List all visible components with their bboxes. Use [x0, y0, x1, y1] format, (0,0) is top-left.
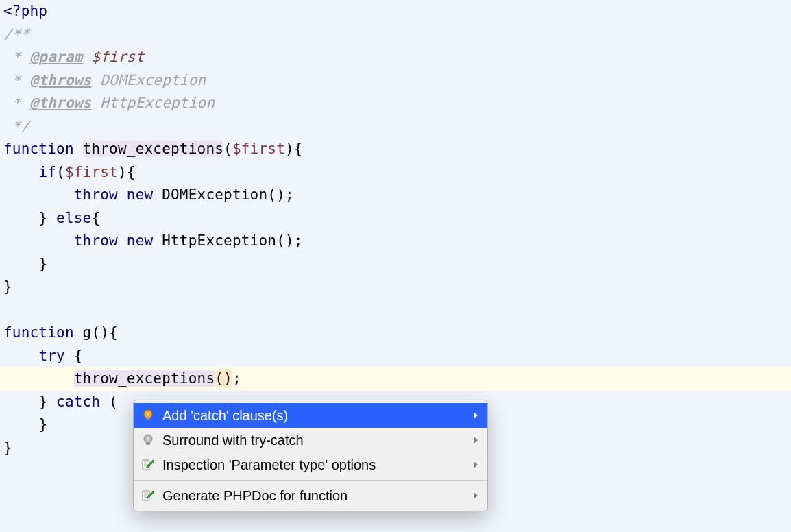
code-line[interactable]: throw new HttpException();: [0, 230, 791, 253]
bulb-grey-icon: [141, 433, 156, 448]
code-line[interactable]: * @param $first: [0, 46, 791, 69]
code-line[interactable]: [0, 299, 791, 322]
variable: $first: [65, 164, 118, 180]
code-line[interactable]: * @throws HttpException: [0, 92, 791, 115]
code-line[interactable]: }: [0, 276, 791, 299]
code-line[interactable]: <?php: [0, 0, 791, 23]
submenu-arrow-icon: [472, 411, 479, 420]
code-line[interactable]: }: [0, 253, 791, 276]
svg-rect-5: [146, 442, 150, 445]
code-editor[interactable]: <?php /** * @param $first * @throws DOME…: [0, 0, 791, 532]
svg-marker-3: [474, 412, 478, 419]
menu-item-label: Inspection 'Parameter type' options: [162, 457, 467, 473]
svg-point-6: [147, 437, 150, 441]
svg-rect-1: [146, 418, 150, 420]
variable: $first: [232, 141, 285, 157]
doctag-throws: @throws: [30, 72, 92, 88]
menu-item-label: Add 'catch' clause(s): [162, 408, 467, 424]
submenu-arrow-icon: [472, 461, 479, 469]
intention-action-item[interactable]: Surround with try-catch: [134, 428, 487, 452]
doc-var: $first: [91, 49, 144, 65]
code-line[interactable]: * @throws DOMException: [0, 69, 791, 93]
code-line[interactable]: } else{: [0, 207, 791, 230]
intention-action-item[interactable]: Add 'catch' clause(s): [134, 403, 487, 428]
code-line[interactable]: function g(){: [0, 322, 791, 345]
intention-action-item[interactable]: Inspection 'Parameter type' options: [134, 452, 487, 477]
call-args: (): [215, 370, 232, 387]
code-line[interactable]: throw new DOMException();: [0, 184, 791, 207]
code-line[interactable]: */: [0, 115, 791, 138]
function-name: throw_exceptions: [83, 141, 224, 157]
svg-point-2: [147, 413, 150, 416]
intention-actions-popup[interactable]: Add 'catch' clause(s) Surround with try-…: [133, 400, 488, 511]
svg-marker-19: [474, 492, 478, 499]
code-line[interactable]: function throw_exceptions($first){: [0, 138, 791, 161]
pencil-icon: [141, 457, 156, 472]
intention-action-item[interactable]: Generate PHPDoc for function: [134, 483, 487, 508]
docblock-close: */: [3, 118, 30, 134]
menu-item-label: Surround with try-catch: [162, 433, 467, 448]
doctag-param: @param: [30, 49, 83, 65]
svg-marker-13: [474, 461, 478, 468]
bulb-yellow-icon: [141, 408, 156, 423]
pencil-icon: [141, 488, 156, 503]
doctag-throws: @throws: [30, 95, 92, 111]
submenu-arrow-icon: [472, 492, 479, 500]
code-line[interactable]: if($first){: [0, 161, 791, 184]
code-line[interactable]: try {: [0, 345, 791, 368]
code-line-caret[interactable]: throw_exceptions();: [0, 367, 791, 391]
function-call: throw_exceptions: [74, 370, 215, 387]
submenu-arrow-icon: [472, 436, 479, 444]
menu-item-label: Generate PHPDoc for function: [162, 488, 467, 504]
svg-marker-7: [474, 437, 478, 444]
menu-separator: [134, 480, 487, 481]
docblock-open: /**: [3, 26, 30, 43]
php-open-tag: <?php: [3, 3, 47, 19]
code-line[interactable]: /**: [0, 23, 791, 47]
